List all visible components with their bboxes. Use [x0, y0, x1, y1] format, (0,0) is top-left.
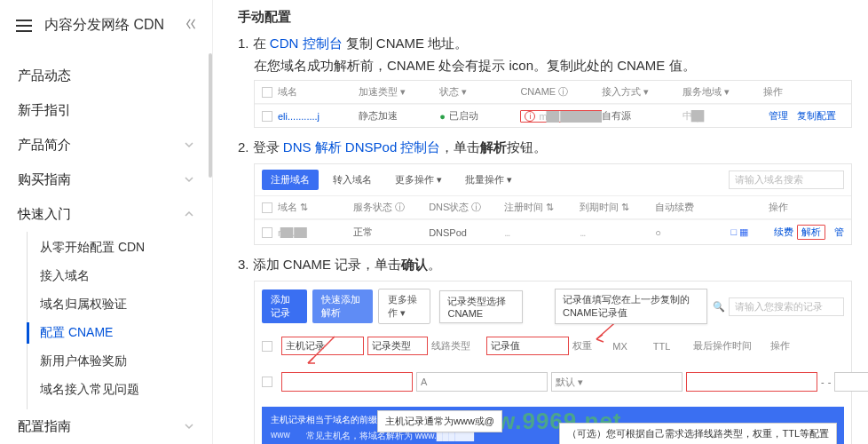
- nav-item-quick-start[interactable]: 快速入门: [0, 197, 212, 232]
- line-type-input[interactable]: [551, 372, 683, 392]
- tab-more-ops[interactable]: 更多操作 ▾: [386, 170, 451, 190]
- sub-item-config-from-scratch[interactable]: 从零开始配置 CDN: [28, 234, 212, 262]
- checkbox[interactable]: [262, 377, 272, 387]
- callout-optional: （可选）您可根据自己需求选择线路类型，权重，TTL等配置: [559, 423, 837, 444]
- scrollbar[interactable]: [209, 53, 212, 178]
- sub-item-add-domain[interactable]: 接入域名: [28, 262, 212, 290]
- host-record-input[interactable]: [281, 372, 413, 392]
- callout-host-record: 主机记录通常为www或@: [377, 410, 502, 432]
- checkbox-all[interactable]: [262, 202, 272, 213]
- cname-highlight: im██ ████████ n: [520, 110, 601, 123]
- resolve-link[interactable]: 解析: [801, 226, 821, 239]
- search-icon: 🔍: [713, 301, 725, 313]
- record-type-input[interactable]: [416, 372, 548, 392]
- main-content: 手动配置 在 CDN 控制台 复制 CNAME 地址。 在您域名成功解析前，CN…: [213, 0, 868, 444]
- status-dot-icon: ●: [439, 111, 446, 122]
- cdn-console-link[interactable]: CDN 控制台: [270, 36, 343, 51]
- manage-link[interactable]: 管理: [769, 109, 788, 123]
- collapse-sidebar-icon[interactable]: [185, 18, 198, 33]
- step-1: 在 CDN 控制台 复制 CNAME 地址。 在您域名成功解析前，CNAME 处…: [238, 33, 852, 128]
- callout-record-type: 记录类型选择CNAME: [439, 290, 523, 323]
- more-ops-button[interactable]: 更多操作 ▾: [378, 289, 431, 324]
- record-value-input[interactable]: [686, 372, 817, 392]
- quick-start-sublist: 从零开始配置 CDN 接入域名 域名归属权验证 配置 CNAME 新用户体验奖励…: [27, 232, 212, 409]
- screenshot-2: 注册域名 转入域名 更多操作 ▾ 批量操作 ▾ 请输入域名搜索 域名 ⇅ 服务状…: [254, 163, 852, 245]
- step-2: 登录 DNS 解析 DNSPod 控制台，单击解析按钮。 注册域名 转入域名 更…: [238, 137, 852, 245]
- app-title: 内容分发网络 CDN: [44, 16, 185, 35]
- copy-config-link[interactable]: 复制配置: [797, 109, 836, 123]
- add-record-button[interactable]: 添加记录: [262, 289, 307, 323]
- sidebar-header: 内容分发网络 CDN: [0, 0, 212, 52]
- steps-list: 在 CDN 控制台 复制 CNAME 地址。 在您域名成功解析前，CNAME 处…: [238, 33, 852, 444]
- section-title: 手动配置: [238, 9, 852, 26]
- hamburger-icon[interactable]: [16, 20, 32, 32]
- table-row: eli...........j 静态加速 ●已启动 im██ ████████ …: [255, 104, 851, 127]
- dnspod-console-link[interactable]: DNS 解析 DNSPod 控制台: [283, 139, 441, 155]
- sub-item-ownership-verify[interactable]: 域名归属权验证: [28, 290, 212, 319]
- nav-item-product-intro[interactable]: 产品简介: [0, 128, 212, 163]
- manage-link[interactable]: 管理: [834, 226, 844, 239]
- checkbox-all[interactable]: [262, 87, 272, 98]
- sub-item-new-user-reward[interactable]: 新用户体验奖励: [28, 347, 212, 376]
- checkbox[interactable]: [262, 227, 272, 238]
- checkbox-all[interactable]: [262, 341, 272, 352]
- sub-item-domain-faq[interactable]: 域名接入常见问题: [28, 376, 212, 404]
- nav-item-product-news[interactable]: 产品动态: [0, 59, 212, 93]
- domain-link[interactable]: eli...........j: [278, 111, 320, 122]
- chevron-up-icon: [184, 207, 194, 222]
- table-row: r██.██ 正常 DNSPod ... ... ○ □ ▦ 续费解析管理更多 …: [255, 219, 851, 244]
- checkbox[interactable]: [262, 111, 272, 122]
- screenshot-1: 域名 加速类型 ▾ 状态 ▾ CNAME ⓘ 接入方式 ▾ 服务地域 ▾ 操作 …: [254, 80, 852, 128]
- nav-item-purchase-guide[interactable]: 购买指南: [0, 163, 212, 197]
- chevron-down-icon: [184, 172, 194, 187]
- info-icon: i: [525, 111, 535, 122]
- screenshot-3: 添加记录 快速添加解析 更多操作 ▾ 记录类型选择CNAME 记录值填写您在上一…: [254, 281, 852, 444]
- record-search-input[interactable]: 请输入您搜索的记录: [729, 297, 844, 316]
- sidebar: 内容分发网络 CDN 产品动态 新手指引 产品简介 购买指南 快速入门 从零开始…: [0, 0, 213, 444]
- search-input[interactable]: 请输入域名搜索: [729, 170, 844, 189]
- sub-item-configure-cname[interactable]: 配置 CNAME: [28, 319, 212, 347]
- callout-record-value: 记录值填写您在上一步复制的CNAME记录值: [555, 289, 707, 324]
- tab-register-domain[interactable]: 注册域名: [262, 170, 319, 190]
- renew-link[interactable]: 续费: [774, 226, 793, 239]
- chevron-down-icon: [184, 138, 194, 153]
- step-3: 添加 CNAME 记录，单击确认。 添加记录 快速添加解析 更多操作 ▾ 记录类…: [238, 254, 852, 444]
- tab-batch-ops[interactable]: 批量操作 ▾: [456, 170, 521, 190]
- ttl-input[interactable]: [834, 372, 868, 392]
- nav-item-getting-started[interactable]: 新手指引: [0, 93, 212, 128]
- nav-item-config-guide[interactable]: 配置指南: [0, 409, 212, 444]
- step-1-note: 在您域名成功解析前，CNAME 处会有提示 icon。复制此处的 CNAME 值…: [254, 58, 852, 75]
- chevron-down-icon: [184, 419, 194, 434]
- quick-add-button[interactable]: 快速添加解析: [312, 289, 372, 323]
- tab-transfer-domain[interactable]: 转入域名: [324, 170, 381, 190]
- host-record-explain: 主机记录相当于域名的前缀，填写 www.██████ www常见主机名，将域名解…: [262, 407, 844, 444]
- sidebar-nav: 产品动态 新手指引 产品简介 购买指南 快速入门 从零开始配置 CDN 接入域名…: [0, 52, 212, 444]
